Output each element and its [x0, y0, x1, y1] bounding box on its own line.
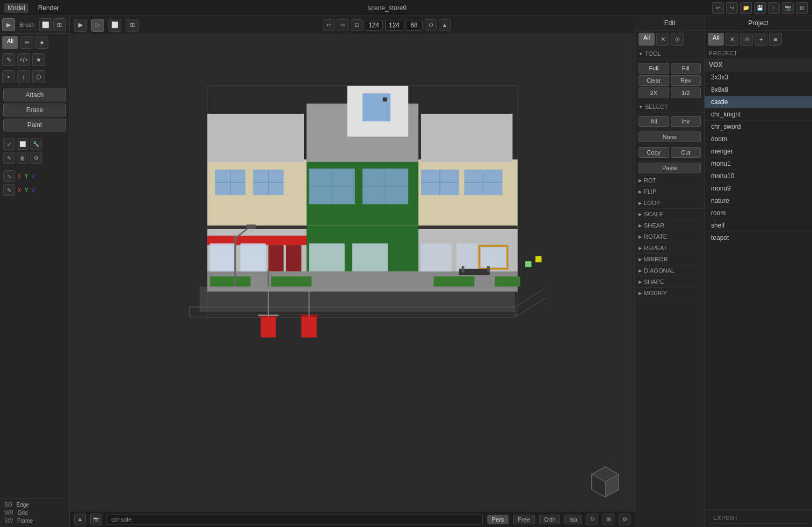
nav-cube[interactable] — [586, 463, 624, 500]
project-item-teapot[interactable]: teapot — [705, 232, 812, 244]
project-item-castle[interactable]: castle — [705, 96, 812, 108]
redo-button[interactable]: ↪ — [726, 2, 738, 14]
move-tool[interactable]: ⬜ — [39, 18, 52, 31]
diagonal-section[interactable]: ▶ DIAGONAL — [635, 265, 704, 276]
settings-vp2[interactable]: ⚙ — [619, 514, 630, 525]
undo-button[interactable]: ↩ — [712, 2, 724, 14]
cut-btn[interactable]: Cut — [671, 147, 701, 158]
grid-value[interactable]: Grid — [18, 510, 28, 516]
scale-tool[interactable]: ⊞ — [53, 18, 66, 31]
project-item-shelf[interactable]: shelf — [705, 219, 812, 232]
viewport-canvas[interactable] — [70, 34, 635, 511]
rot-section[interactable]: ▶ ROT — [635, 175, 704, 186]
2x-btn[interactable]: 2X — [639, 87, 669, 98]
fav-tool[interactable]: ★ — [32, 53, 45, 66]
undo-vp[interactable]: ↩ — [323, 19, 335, 31]
move-tool2[interactable]: ↕ — [17, 70, 30, 83]
all-filter[interactable]: All — [2, 36, 18, 49]
axis-draw-icon[interactable]: ✎ — [3, 184, 15, 196]
all-tab[interactable]: All — [639, 33, 655, 46]
edit-filter[interactable]: ✏ — [20, 36, 33, 49]
crop-vp[interactable]: ⊡ — [351, 19, 363, 31]
project-item-monu9[interactable]: monu9 — [705, 182, 812, 195]
edit-transform[interactable]: 🔧 — [30, 138, 42, 150]
save-button[interactable]: 💾 — [754, 2, 766, 14]
redo-vp[interactable]: ↪ — [337, 19, 349, 31]
project-item-doom[interactable]: doom — [705, 133, 812, 145]
attach-button[interactable]: Attach — [3, 89, 66, 101]
camera-snap[interactable]: 📷 — [90, 514, 102, 525]
code-tool[interactable]: </> — [17, 53, 30, 66]
project-item-monu10[interactable]: monu10 — [705, 170, 812, 182]
grid-snap[interactable]: ⊞ — [603, 514, 614, 525]
flip-section[interactable]: ▶ FLIP — [635, 186, 704, 197]
project-item-8x8x8[interactable]: 8x8x8 — [705, 84, 812, 96]
clear-btn[interactable]: Clear — [639, 75, 669, 86]
half-btn[interactable]: 1/2 — [671, 87, 701, 98]
project-item-nature[interactable]: nature — [705, 195, 812, 207]
project-add[interactable]: + — [755, 33, 767, 46]
inv-btn[interactable]: Inv — [671, 116, 701, 127]
shape-section[interactable]: ▶ SHAPE — [635, 276, 704, 288]
select-section-header[interactable]: ▼ SELECT — [635, 101, 704, 113]
orth-view[interactable]: Orth — [539, 515, 560, 524]
settings-transform[interactable]: ⚙ — [30, 152, 42, 164]
menu-render[interactable]: Render — [35, 3, 62, 13]
edit-close[interactable]: ✕ — [656, 33, 669, 46]
select-tool[interactable]: ▶ — [2, 18, 15, 31]
export-button[interactable]: ↑ — [768, 2, 780, 14]
draw-transform[interactable]: ✎ — [3, 152, 15, 164]
pencil-tool[interactable]: ✎ — [2, 53, 15, 66]
project-close[interactable]: ✕ — [726, 33, 738, 46]
grid-button[interactable]: ⊞ — [796, 2, 808, 14]
project-list[interactable]: ≡ — [769, 33, 782, 46]
up-vp[interactable]: ▲ — [439, 19, 451, 31]
mirror-section[interactable]: ▶ MIRROR — [635, 254, 704, 265]
loop-section[interactable]: ▶ LOOP — [635, 197, 704, 209]
frame-value[interactable]: Frame — [17, 518, 33, 524]
camera-button[interactable]: 📷 — [782, 2, 794, 14]
axis-move-icon[interactable]: ⤡ — [3, 170, 15, 182]
resize-transform[interactable]: ⬜ — [17, 138, 28, 150]
project-item-room[interactable]: room — [705, 207, 812, 219]
shear-section[interactable]: ▶ SHEAR — [635, 220, 704, 231]
paint-button[interactable]: Paint — [3, 119, 66, 131]
modify-section[interactable]: ▶ MODIFY — [635, 288, 704, 299]
project-item-chr-sword[interactable]: chr_sword — [705, 121, 812, 133]
pers-view[interactable]: Pers — [487, 515, 509, 524]
folder-button[interactable]: 📁 — [740, 2, 752, 14]
settings-vp[interactable]: ⚙ — [425, 19, 437, 31]
project-item-menger[interactable]: menger — [705, 145, 812, 158]
console-input[interactable]: console — [106, 514, 483, 525]
paste-btn[interactable]: Paste — [639, 163, 701, 173]
iso-view[interactable]: Iso — [564, 515, 582, 524]
erase-button[interactable]: Erase — [3, 104, 66, 116]
repeat-section[interactable]: ▶ REPEAT — [635, 243, 704, 254]
project-all-tab[interactable]: All — [708, 33, 724, 46]
project-filter[interactable]: ⊙ — [740, 33, 753, 46]
scale-section[interactable]: ▶ SCALE — [635, 209, 704, 220]
project-item-3x3x3[interactable]: 3x3x3 — [705, 71, 812, 84]
square-tool[interactable]: ▪ — [2, 70, 15, 83]
tool-section-header[interactable]: ▼ TOOL — [635, 48, 704, 60]
vp-scale[interactable]: ⊞ — [126, 19, 139, 32]
arrow-up-btn[interactable]: ▲ — [74, 514, 86, 525]
vp-move[interactable]: ⬜ — [108, 19, 121, 32]
vp-play[interactable]: ▶ — [74, 19, 87, 32]
project-item-monu1[interactable]: monu1 — [705, 158, 812, 170]
full-btn[interactable]: Full — [639, 63, 669, 74]
edit-filter[interactable]: ⊙ — [671, 33, 684, 46]
refresh-btn[interactable]: ↻ — [586, 514, 598, 525]
vp-select[interactable]: ▷ — [91, 19, 104, 32]
fill-btn[interactable]: Fill — [671, 63, 701, 74]
rotate-section[interactable]: ▶ ROTATE — [635, 231, 704, 243]
move-transform[interactable]: ⤢ — [3, 138, 15, 150]
project-item-chr-knight[interactable]: chr_knight — [705, 108, 812, 121]
rev-btn[interactable]: Rev — [671, 75, 701, 86]
edge-value[interactable]: Edge — [16, 502, 28, 508]
free-view[interactable]: Free — [513, 515, 535, 524]
all-select-btn[interactable]: All — [639, 116, 669, 127]
menu-model[interactable]: Model — [4, 3, 28, 13]
star-filter[interactable]: ★ — [35, 36, 48, 49]
delete-transform[interactable]: 🗑 — [17, 152, 28, 164]
